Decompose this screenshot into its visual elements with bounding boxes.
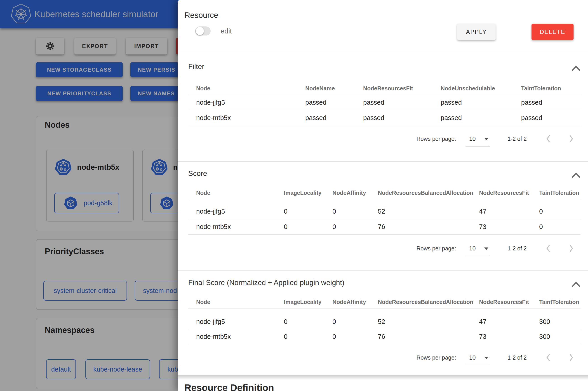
column-header: NodeAffinity <box>333 299 378 305</box>
table-row: node-mtb5x passed passed passed passed <box>188 111 581 124</box>
final-score-pagination: Rows per page: 10 1-2 of 2 <box>178 351 588 364</box>
column-header: Node <box>188 299 284 305</box>
cell: 47 <box>479 208 539 215</box>
chevron-up-icon <box>571 65 581 72</box>
edit-toggle[interactable] <box>195 26 211 35</box>
resource-drawer: Resource edit APPLY DELETE Filter Node N… <box>178 0 588 391</box>
cell: 52 <box>378 208 479 215</box>
rows-per-page-value: 10 <box>469 351 476 364</box>
column-header: NodeAffinity <box>333 190 378 196</box>
chevron-left-icon <box>546 135 551 143</box>
cell: 76 <box>378 223 479 230</box>
previous-page-button[interactable] <box>543 134 553 144</box>
rows-per-page-label: Rows per page: <box>417 351 456 364</box>
table-row: node-jjfg5 passed passed passed passed <box>188 96 581 109</box>
column-header: TaintToleration <box>521 85 581 92</box>
divider <box>188 329 581 329</box>
rows-per-page-label: Rows per page: <box>417 242 456 255</box>
next-page-button[interactable] <box>566 134 576 144</box>
chevron-left-icon <box>546 354 551 362</box>
next-page-button[interactable] <box>566 353 576 363</box>
cell: passed <box>363 99 441 106</box>
score-collapse-button[interactable] <box>570 170 582 180</box>
column-header: NodeResourcesFit <box>479 190 539 196</box>
cell: 73 <box>479 333 539 340</box>
final-score-collapse-button[interactable] <box>570 280 582 290</box>
column-header: TaintToleration <box>539 299 581 305</box>
cell: 76 <box>378 333 479 340</box>
next-page-button[interactable] <box>566 243 576 253</box>
rows-per-page-value: 10 <box>469 132 476 146</box>
cell: 0 <box>284 223 333 230</box>
divider <box>188 308 581 308</box>
select-underline <box>466 256 490 256</box>
toggle-thumb <box>196 27 204 35</box>
drawer-title: Resource <box>184 11 218 20</box>
cell: 73 <box>479 223 539 230</box>
score-section-title: Score <box>188 169 207 178</box>
cell: 0 <box>539 208 581 215</box>
page-range: 1-2 of 2 <box>507 242 527 255</box>
final-score-section-title: Final Score (Normalized + Applied plugin… <box>188 278 344 287</box>
cell: 0 <box>333 318 378 325</box>
chevron-right-icon <box>569 135 574 143</box>
cell: 0 <box>539 223 581 230</box>
column-header: ImageLocality <box>284 190 333 196</box>
cell: node-mtb5x <box>188 114 305 122</box>
divider <box>178 161 588 162</box>
divider <box>188 110 581 110</box>
page-range: 1-2 of 2 <box>507 351 527 364</box>
cell: passed <box>441 114 521 122</box>
cell: node-jjfg5 <box>188 208 284 215</box>
cell: 300 <box>539 333 581 340</box>
cell: 0 <box>333 208 378 215</box>
divider <box>188 125 581 125</box>
column-header: TaintToleration <box>539 190 581 196</box>
select-underline <box>466 146 490 146</box>
chevron-left-icon <box>546 244 551 252</box>
table-row: node-jjfg5 0 0 52 47 300 <box>188 315 581 328</box>
rows-per-page-select[interactable]: 10 <box>466 351 490 365</box>
edit-toggle-label: edit <box>221 27 232 35</box>
final-score-table-header: Node ImageLocality NodeAffinity NodeReso… <box>188 295 581 309</box>
apply-button[interactable]: APPLY <box>457 24 496 40</box>
cell: node-mtb5x <box>188 333 284 340</box>
cell: 52 <box>378 318 479 325</box>
filter-section-title: Filter <box>188 62 204 71</box>
delete-button[interactable]: DELETE <box>531 24 574 40</box>
chevron-right-icon <box>569 244 574 252</box>
divider <box>178 270 588 271</box>
cell: passed <box>521 99 581 106</box>
rows-per-page-label: Rows per page: <box>417 132 456 146</box>
column-header: NodeResourcesBalancedAllocation <box>378 299 479 305</box>
column-header: NodeResourcesFit <box>479 299 539 305</box>
previous-page-button[interactable] <box>543 243 553 253</box>
table-row: node-mtb5x 0 0 76 73 0 <box>188 220 581 233</box>
cell: passed <box>363 114 441 122</box>
table-row: node-mtb5x 0 0 76 73 300 <box>188 330 581 343</box>
cell: 0 <box>284 333 333 340</box>
filter-collapse-button[interactable] <box>570 64 582 74</box>
divider <box>188 234 581 235</box>
cell: passed <box>441 99 521 106</box>
chevron-up-icon <box>571 281 581 288</box>
cell: node-mtb5x <box>188 223 284 230</box>
cell: 47 <box>479 318 539 325</box>
rows-per-page-select[interactable]: 10 <box>466 132 490 146</box>
cell: 0 <box>333 223 378 230</box>
divider <box>188 95 581 95</box>
select-underline <box>466 365 490 365</box>
column-header: NodeUnschedulable <box>441 85 521 92</box>
drawer-scrim[interactable] <box>0 0 178 391</box>
cell: 0 <box>284 208 333 215</box>
cell: 0 <box>333 333 378 340</box>
caret-down-icon <box>484 138 488 140</box>
resource-definition-title: Resource Definition <box>184 383 274 391</box>
column-header: NodeResourcesBalancedAllocation <box>378 190 479 196</box>
column-header: NodeName <box>305 85 363 92</box>
previous-page-button[interactable] <box>543 353 553 363</box>
cell: passed <box>305 114 363 122</box>
filter-table-header: Node NodeName NodeResourcesFit NodeUnsch… <box>188 82 581 95</box>
rows-per-page-select[interactable]: 10 <box>466 242 490 256</box>
caret-down-icon <box>484 247 488 250</box>
